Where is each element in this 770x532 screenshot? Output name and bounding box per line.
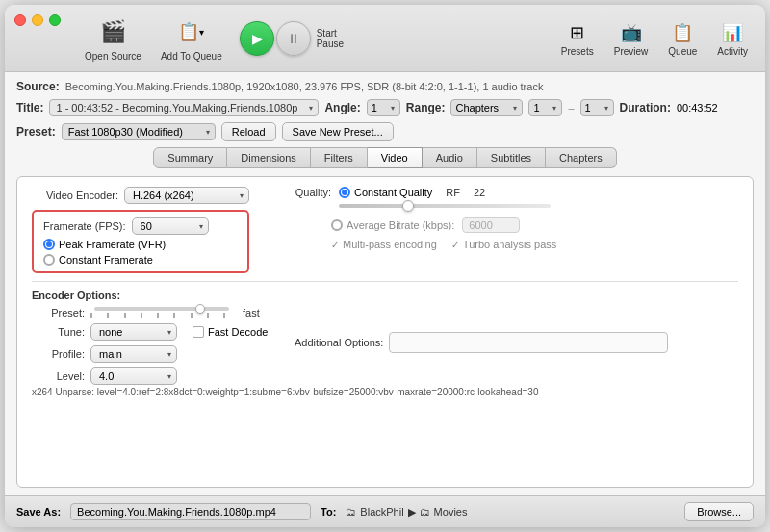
minimize-button[interactable]: [32, 14, 43, 26]
path-arrow: ▶: [408, 506, 416, 519]
fast-decode-checkbox[interactable]: Fast Decode: [192, 326, 268, 338]
open-source-label: Open Source: [85, 51, 141, 62]
rf-slider[interactable]: [339, 204, 551, 208]
preset-select[interactable]: [62, 123, 216, 140]
title-input[interactable]: [49, 99, 319, 116]
play-icon: ▶: [252, 31, 263, 46]
tab-filters[interactable]: Filters: [311, 147, 368, 168]
avg-bitrate-radio[interactable]: Average Bitrate (kbps):: [331, 219, 454, 231]
save-as-label: Save As:: [16, 506, 61, 518]
angle-input[interactable]: [367, 99, 400, 116]
preview-icon: 📺: [618, 19, 645, 46]
profile-label: Profile:: [32, 348, 85, 360]
add-to-queue-label: Add To Queue: [161, 51, 222, 62]
profile-select[interactable]: main: [90, 345, 177, 363]
presets-button[interactable]: ⊞ Presets: [553, 14, 602, 62]
tab-video[interactable]: Video: [368, 147, 423, 168]
turbo-checkmark-icon: ✓: [451, 240, 459, 250]
presets-label: Presets: [561, 46, 594, 57]
constant-fr-label: Constant Framerate: [59, 254, 153, 266]
queue-label: Queue: [668, 46, 697, 57]
tab-chapters[interactable]: Chapters: [546, 147, 617, 168]
preview-button[interactable]: 📺 Preview: [606, 14, 656, 62]
add-to-queue-button[interactable]: 📋▾ Add To Queue: [151, 10, 232, 66]
turbo-label: Turbo analysis pass: [463, 239, 556, 250]
video-panel: Video Encoder: H.264 (x264) ▾ Framerate …: [16, 176, 754, 488]
add-queue-icon: 📋▾: [174, 14, 209, 49]
level-label: Level:: [32, 370, 85, 382]
pause-button[interactable]: ⏸: [276, 21, 311, 56]
peak-vfr-radio[interactable]: Peak Framerate (VFR): [43, 239, 238, 250]
source-value: Becoming.You.Making.Friends.1080p, 1920x…: [65, 81, 544, 92]
checkmark-icon: ✓: [331, 240, 339, 250]
tune-label: Tune:: [32, 326, 85, 338]
pause-icon: ⏸: [287, 31, 300, 46]
range-select[interactable]: [450, 99, 523, 116]
path-folder: BlackPhil: [360, 506, 403, 518]
maximize-button[interactable]: [49, 14, 61, 26]
to-label: To:: [321, 506, 336, 518]
turbo-checkbox[interactable]: ✓ Turbo analysis pass: [451, 239, 556, 250]
preset-slider[interactable]: [94, 307, 229, 311]
source-label: Source:: [16, 80, 60, 93]
range-to[interactable]: [580, 99, 614, 116]
fast-decode-label: Fast Decode: [208, 326, 268, 338]
quality-section: Quality: Constant Quality RF 22: [278, 187, 738, 250]
multi-pass-checkbox[interactable]: ✓ Multi-pass encoding: [331, 239, 437, 250]
peak-vfr-label: Peak Framerate (VFR): [59, 239, 166, 250]
browse-button[interactable]: Browse...: [684, 502, 754, 521]
tabs-bar: Summary Dimensions Filters Video Audio S…: [16, 147, 754, 168]
additional-options-label: Additional Options:: [287, 337, 383, 348]
path-subfolder-icon: 🗂: [420, 506, 430, 518]
pause-label[interactable]: Pause: [317, 38, 344, 49]
title-label: Title:: [16, 101, 43, 114]
bottom-bar: Save As: To: 🗂 BlackPhil ▶ 🗂 Movies Brow…: [5, 495, 765, 527]
close-button[interactable]: [14, 14, 26, 26]
constant-quality-label: Constant Quality: [354, 187, 432, 198]
avg-bitrate-label: Average Bitrate (kbps):: [346, 219, 454, 231]
framerate-label: Framerate (FPS):: [43, 220, 126, 232]
encoder-label: Video Encoder:: [32, 190, 118, 201]
queue-button[interactable]: 📋 Queue: [660, 14, 705, 62]
start-label[interactable]: Start: [317, 28, 337, 38]
tab-dimensions[interactable]: Dimensions: [227, 147, 310, 168]
quality-label: Quality:: [278, 187, 331, 198]
range-from[interactable]: [528, 99, 562, 116]
preset-value: fast: [243, 307, 260, 318]
rf-slider-thumb: [402, 200, 414, 212]
avg-bitrate-input[interactable]: [462, 217, 520, 233]
tab-subtitles[interactable]: Subtitles: [477, 147, 546, 168]
constant-quality-radio-dot: [339, 187, 350, 198]
preview-label: Preview: [614, 46, 649, 57]
framerate-box: Framerate (FPS): 60 ▾ Peak Framerate (VF…: [32, 210, 249, 273]
tune-select[interactable]: none: [90, 323, 177, 341]
additional-options-input[interactable]: [389, 332, 668, 353]
folder-icon: 🗂: [346, 506, 356, 518]
rf-value: 22: [474, 187, 485, 198]
enc-preset-label: Preset:: [32, 307, 85, 318]
start-button[interactable]: ▶: [240, 21, 274, 56]
encoder-options-title: Encoder Options:: [32, 290, 738, 301]
fast-decode-check-box: [192, 326, 204, 338]
activity-button[interactable]: 📊 Activity: [709, 14, 756, 62]
range-label: Range:: [406, 101, 446, 114]
encoder-select[interactable]: H.264 (x264): [124, 187, 249, 204]
framerate-select[interactable]: 60: [132, 217, 209, 235]
tab-summary[interactable]: Summary: [153, 147, 227, 168]
duration-value: 00:43:52: [677, 102, 718, 114]
preset-label: Preset:: [16, 125, 56, 139]
level-select[interactable]: 4.0: [90, 367, 177, 385]
reload-button[interactable]: Reload: [221, 122, 276, 141]
constant-fr-radio-dot: [43, 254, 55, 266]
queue-icon: 📋: [669, 19, 696, 46]
constant-fr-radio[interactable]: Constant Framerate: [43, 254, 238, 266]
avg-bitrate-radio-dot: [331, 219, 343, 231]
open-source-button[interactable]: 🎬 Open Source: [75, 10, 151, 66]
save-preset-button[interactable]: Save New Preset...: [282, 122, 394, 141]
tab-audio[interactable]: Audio: [423, 147, 477, 168]
save-as-input[interactable]: [70, 503, 311, 520]
rf-label: RF: [446, 187, 460, 198]
duration-label: Duration:: [620, 101, 671, 114]
angle-label: Angle:: [324, 101, 360, 114]
constant-quality-radio[interactable]: Constant Quality: [339, 187, 432, 198]
